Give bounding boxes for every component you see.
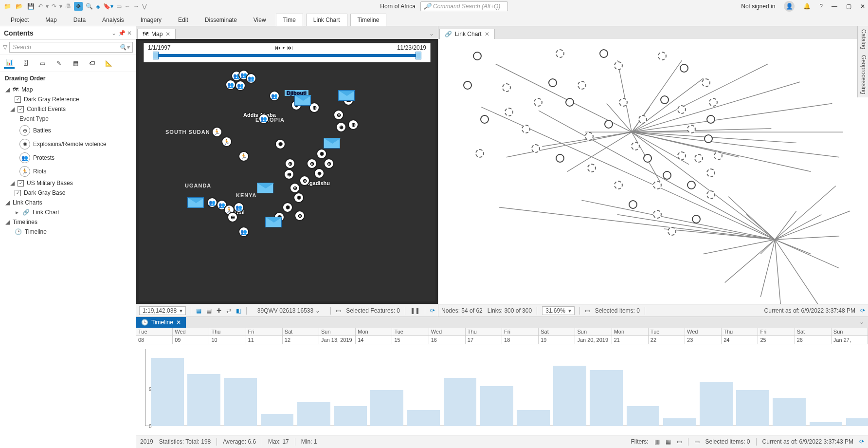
map-event-icon[interactable]: 🏃 [238, 151, 249, 162]
link-node[interactable] [709, 98, 718, 107]
fixed-zoom-icon[interactable]: ◈ [96, 3, 100, 10]
timeline-bar[interactable] [407, 410, 440, 426]
link-node[interactable] [668, 227, 676, 236]
selection-icon[interactable]: ▭ [585, 307, 590, 314]
map-event-icon[interactable]: ⊕ [307, 158, 317, 169]
ribbon-tab-edit[interactable]: Edit [171, 14, 195, 26]
timeline-bar[interactable] [187, 374, 220, 426]
link-node[interactable] [629, 200, 637, 209]
map-event-icon[interactable]: 👥 [258, 113, 269, 124]
selection-icon[interactable]: ▭ [336, 307, 341, 314]
redo-icon[interactable]: ↷ [52, 3, 56, 10]
link-node[interactable] [663, 171, 671, 180]
timeline-bar[interactable] [224, 378, 257, 426]
filter-time-icon[interactable]: ▦ [666, 438, 671, 445]
link-node[interactable] [677, 151, 686, 160]
map-base-icon[interactable] [187, 197, 204, 208]
list-selection-icon[interactable]: ▭ [37, 58, 48, 69]
timeline-bar[interactable] [627, 406, 660, 426]
legend-riots[interactable]: 🏃Riots [0, 165, 136, 178]
constraints-icon[interactable]: ✚ [217, 307, 221, 314]
timeline-bar[interactable] [151, 358, 184, 426]
checkbox-icon[interactable]: ✓ [18, 180, 24, 187]
select-icon[interactable]: ▭ [116, 3, 122, 10]
toc-dark-gray-reference[interactable]: ✓ Dark Gray Reference [0, 94, 136, 104]
link-node[interactable] [660, 95, 669, 104]
link-node[interactable] [638, 115, 647, 124]
step-forward-icon[interactable]: ⏭ [287, 44, 293, 51]
link-node[interactable] [614, 181, 623, 189]
link-node[interactable] [587, 164, 596, 172]
ribbon-tab-map[interactable]: Map [38, 14, 63, 26]
pin-icon[interactable]: 📌 [118, 30, 126, 37]
timeline-bar[interactable] [590, 370, 623, 426]
forward-icon[interactable]: → [133, 3, 139, 10]
new-project-icon[interactable]: 📁 [3, 2, 12, 11]
undo-dropdown-icon[interactable]: ▾ [46, 3, 49, 10]
slider-handle-end[interactable] [416, 52, 421, 59]
timeline-bar[interactable] [773, 398, 806, 426]
checkbox-icon[interactable]: ✓ [15, 190, 21, 196]
ribbon-tab-timeline[interactable]: Timeline [350, 14, 387, 26]
list-snapping-icon[interactable]: ▦ [70, 58, 81, 69]
timeline-bar[interactable] [480, 386, 513, 426]
map-event-icon[interactable]: 👥 [235, 80, 246, 91]
user-avatar-icon[interactable]: 👤 [784, 1, 795, 12]
map-event-icon[interactable]: ✺ [275, 139, 286, 149]
map-base-icon[interactable] [265, 217, 282, 227]
corrections-icon[interactable]: ⇄ [226, 307, 231, 314]
map-event-icon[interactable]: ⊕ [348, 119, 359, 130]
ribbon-tab-analysis[interactable]: Analysis [95, 14, 131, 26]
map-event-icon[interactable]: 👥 [225, 79, 236, 90]
map-tab[interactable]: 🗺Map ✕ [137, 29, 176, 39]
link-chart-canvas[interactable] [438, 39, 868, 304]
redo-dropdown-icon[interactable]: ▾ [59, 3, 62, 10]
link-node[interactable] [522, 125, 530, 133]
link-node[interactable] [694, 154, 703, 163]
timeline-bar[interactable] [846, 418, 868, 426]
link-node[interactable] [687, 125, 696, 133]
undo-icon[interactable]: ↶ [38, 3, 43, 10]
link-node[interactable] [505, 108, 513, 116]
explore-tool-icon[interactable]: ✥ [74, 2, 83, 11]
checkbox-icon[interactable]: ✓ [15, 96, 21, 103]
toc-us-military-bases[interactable]: ◢✓ US Military Bases [0, 178, 136, 188]
open-project-icon[interactable]: 📂 [15, 2, 23, 11]
close-tab-icon[interactable]: ✕ [176, 319, 181, 326]
refresh-icon[interactable]: ⟳ [430, 307, 435, 314]
timeline-bar[interactable] [553, 366, 586, 426]
map-scale-input[interactable]: 1:19,142,038▾ [139, 306, 186, 315]
play-icon[interactable]: ▶ [282, 44, 285, 51]
link-node[interactable] [631, 142, 640, 150]
timeline-bar[interactable] [736, 390, 769, 426]
toc-dark-gray-base[interactable]: ✓ Dark Gray Base [0, 188, 136, 198]
link-node[interactable] [548, 78, 557, 87]
ribbon-tab-view[interactable]: View [247, 14, 273, 26]
restore-icon[interactable]: ▢ [846, 3, 851, 10]
link-node[interactable] [534, 98, 542, 107]
map-base-icon[interactable] [338, 90, 355, 101]
timeline-bar[interactable] [297, 402, 330, 426]
snapping-icon[interactable]: ▦ [196, 307, 201, 314]
timeline-bar[interactable] [700, 382, 733, 426]
dynamic-icon[interactable]: ◧ [236, 307, 241, 314]
map-event-icon[interactable]: 👥 [246, 73, 256, 84]
link-node[interactable] [480, 115, 489, 124]
map-event-icon[interactable]: ⊕ [333, 110, 344, 120]
link-node[interactable] [692, 215, 701, 224]
qat-customize-icon[interactable]: ⋁ [142, 3, 147, 10]
link-node[interactable] [599, 49, 608, 58]
map-base-icon[interactable] [324, 138, 340, 149]
zoom-full-icon[interactable]: 🔍 [86, 3, 93, 10]
chevron-down-icon[interactable]: ⌄ [855, 317, 868, 328]
legend-explosions-remote-violence[interactable]: ✺Explosions/Remote violence [0, 137, 136, 151]
timeline-tab[interactable]: 🕒Timeline ✕ [136, 317, 186, 328]
ribbon-tab-time[interactable]: Time [276, 14, 303, 26]
refresh-icon[interactable]: ⟳ [860, 307, 865, 314]
map-event-icon[interactable]: 👥 [269, 91, 280, 101]
chevron-down-icon[interactable]: ⌄ [315, 307, 320, 314]
time-slider[interactable]: 1/1/1997 ⏮ ▶ ⏭ 11/23/2019 [144, 43, 431, 62]
filter-icon[interactable]: ▽ [3, 44, 7, 51]
map-event-icon[interactable]: ⊕ [284, 169, 294, 180]
link-node[interactable] [702, 78, 710, 87]
